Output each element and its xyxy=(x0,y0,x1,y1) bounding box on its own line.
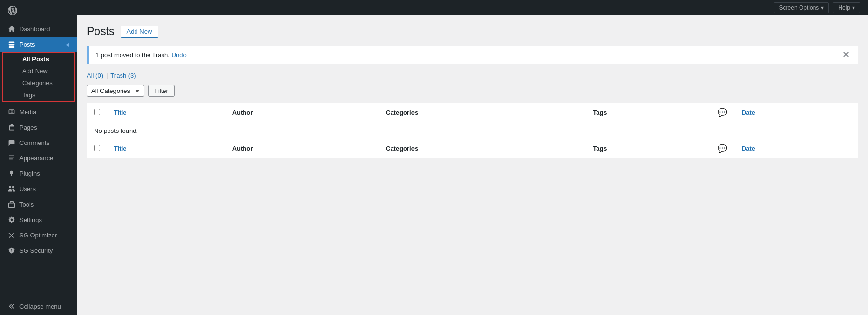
main-content: Screen Options ▾ Help ▾ Posts Add New 1 … xyxy=(77,0,868,315)
users-icon xyxy=(8,185,15,193)
pages-icon xyxy=(8,123,15,131)
col-footer-date[interactable]: Date xyxy=(735,139,858,158)
appearance-icon xyxy=(8,154,15,162)
dashboard-icon xyxy=(8,25,15,33)
filter-button[interactable]: Filter xyxy=(148,85,175,97)
notice-dismiss-button[interactable]: ✕ xyxy=(841,51,852,59)
select-all-footer-checkbox[interactable] xyxy=(94,145,100,151)
col-footer-comment: 💬 xyxy=(711,139,735,158)
sidebar-item-appearance[interactable]: Appearance xyxy=(0,150,77,166)
col-footer-title-label: Title xyxy=(114,145,127,152)
col-header-tags: Tags xyxy=(586,103,711,122)
media-icon xyxy=(8,108,15,116)
submenu-item-categories[interactable]: Categories xyxy=(3,77,74,89)
submenu-item-add-new[interactable]: Add New xyxy=(3,65,74,77)
col-header-categories: Categories xyxy=(379,103,586,122)
notice-message: 1 post moved to the Trash. xyxy=(95,52,170,59)
sidebar-item-tools[interactable]: Tools xyxy=(0,197,77,212)
plugins-icon xyxy=(8,170,15,177)
collapse-menu[interactable]: Collapse menu xyxy=(0,298,77,315)
sidebar-item-sg-security[interactable]: SG Security xyxy=(0,243,77,258)
filter-separator: | xyxy=(106,72,108,79)
content-area: Posts Add New 1 post moved to the Trash.… xyxy=(77,15,868,315)
screen-options-button[interactable]: Screen Options ▾ xyxy=(774,2,829,13)
collapse-menu-label: Collapse menu xyxy=(19,303,61,310)
sidebar-item-label: Tools xyxy=(19,201,34,208)
col-categories-label: Categories xyxy=(386,109,418,116)
col-footer-author: Author xyxy=(226,139,379,158)
notice-undo-link[interactable]: Undo xyxy=(172,52,187,59)
posts-table: Title Author Categories Tags 💬 xyxy=(87,103,858,158)
posts-submenu-arrow: ◀ xyxy=(66,42,69,47)
help-label: Help xyxy=(838,4,850,11)
col-header-date[interactable]: Date xyxy=(735,103,858,122)
col-header-comment: 💬 xyxy=(711,103,735,122)
sg-security-icon xyxy=(8,247,15,254)
col-header-cb xyxy=(87,103,108,122)
sidebar-item-label: Settings xyxy=(19,216,42,223)
col-header-title[interactable]: Title xyxy=(107,103,226,122)
col-footer-tags: Tags xyxy=(586,139,711,158)
col-footer-cb xyxy=(87,139,108,158)
no-posts-message: No posts found. xyxy=(94,127,138,134)
filter-trash-link[interactable]: Trash (3) xyxy=(110,72,136,79)
comment-bubble-footer-icon: 💬 xyxy=(718,144,727,153)
sidebar-item-label: Pages xyxy=(19,124,37,131)
sidebar-item-posts[interactable]: Posts ◀ xyxy=(0,37,77,52)
sidebar-logo[interactable] xyxy=(0,0,77,21)
posts-icon xyxy=(8,40,15,48)
filter-all-link[interactable]: All (0) xyxy=(87,72,103,79)
filter-controls: All Categories Filter xyxy=(87,85,858,97)
add-new-button[interactable]: Add New xyxy=(121,26,159,38)
col-footer-categories-label: Categories xyxy=(386,145,418,152)
col-footer-categories: Categories xyxy=(379,139,586,158)
posts-submenu: All Posts Add New Categories Tags xyxy=(2,52,75,102)
page-title: Posts xyxy=(87,25,115,38)
table-header-row: Title Author Categories Tags 💬 xyxy=(87,103,858,122)
sidebar-item-sg-optimizer[interactable]: SG Optimizer xyxy=(0,227,77,243)
sidebar-item-plugins[interactable]: Plugins xyxy=(0,166,77,181)
table-footer-row: Title Author Categories Tags 💬 xyxy=(87,139,858,158)
filter-all-label: All xyxy=(87,72,94,79)
notice-text: 1 post moved to the Trash. Undo xyxy=(95,52,187,59)
collapse-icon xyxy=(8,302,15,310)
sidebar-item-label: Posts xyxy=(19,41,35,48)
comment-bubble-icon: 💬 xyxy=(718,108,727,117)
filter-all-count: (0) xyxy=(95,72,103,79)
sidebar-item-label: Dashboard xyxy=(19,26,50,33)
submenu-item-all-posts[interactable]: All Posts xyxy=(3,53,74,65)
sidebar-item-settings[interactable]: Settings xyxy=(0,212,77,227)
help-arrow: ▾ xyxy=(852,4,855,11)
col-date-label: Date xyxy=(742,109,755,116)
screen-options-label: Screen Options xyxy=(779,4,819,11)
sidebar-item-label: SG Security xyxy=(19,247,53,254)
sg-optimizer-icon xyxy=(8,231,15,239)
settings-icon xyxy=(8,216,15,223)
sidebar-item-label: Comments xyxy=(19,139,50,146)
table-row: No posts found. xyxy=(87,122,858,140)
sidebar-item-pages[interactable]: Pages xyxy=(0,119,77,135)
col-footer-tags-label: Tags xyxy=(593,145,607,152)
sidebar-item-label: SG Optimizer xyxy=(19,232,57,239)
help-button[interactable]: Help ▾ xyxy=(833,2,860,13)
topbar: Screen Options ▾ Help ▾ xyxy=(77,0,868,15)
submenu-item-tags[interactable]: Tags xyxy=(3,89,74,101)
page-header: Posts Add New xyxy=(87,25,858,38)
sidebar-item-users[interactable]: Users xyxy=(0,181,77,197)
col-footer-title[interactable]: Title xyxy=(107,139,226,158)
no-posts-cell: No posts found. xyxy=(87,122,858,140)
sidebar: Dashboard Posts ◀ All Posts Add New Cate… xyxy=(0,0,77,315)
filter-bar: All (0) | Trash (3) xyxy=(87,72,858,79)
col-footer-date-label: Date xyxy=(742,145,755,152)
sidebar-item-label: Media xyxy=(19,108,36,116)
sidebar-item-comments[interactable]: Comments xyxy=(0,135,77,150)
col-footer-author-label: Author xyxy=(232,145,253,152)
sidebar-item-dashboard[interactable]: Dashboard xyxy=(0,21,77,37)
sidebar-item-label: Appearance xyxy=(19,155,53,162)
col-author-label: Author xyxy=(232,109,253,116)
select-all-checkbox[interactable] xyxy=(94,109,100,115)
screen-options-arrow: ▾ xyxy=(821,4,824,11)
category-select[interactable]: All Categories xyxy=(87,85,144,97)
wordpress-icon xyxy=(8,6,17,15)
sidebar-item-media[interactable]: Media xyxy=(0,104,77,119)
